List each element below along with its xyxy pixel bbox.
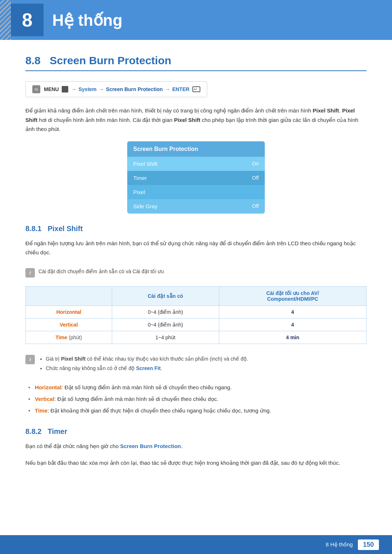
feature-bullets: Horizontal: Đặt số lượng điểm ảnh mà màn… <box>25 382 367 416</box>
subsection-881-number: 8.8.1 <box>25 225 41 233</box>
pixel-label: Pixel <box>133 189 145 195</box>
bullet-vertical: Vertical: Đặt số lượng điểm ảnh mà màn h… <box>25 393 367 405</box>
arrow3: → <box>165 86 170 92</box>
subsection-881-title: Pixel Shift <box>48 225 83 233</box>
system-label: System <box>78 86 97 92</box>
screen-burn-label: Screen Burn Protection <box>106 86 163 92</box>
subsection-882-body1: Bạn có thể đặt chức năng hẹn giờ cho Scr… <box>25 442 367 451</box>
note-box-2: i Giá trị Pixel Shift có thể khác nhau t… <box>25 351 367 376</box>
main-content: 8.8 Screen Burn Protection m MENU → Syst… <box>0 40 392 496</box>
subsection-882-title: Timer <box>48 427 67 435</box>
side-gray-label: Side Gray <box>133 203 158 209</box>
arrow1: → <box>71 86 76 92</box>
menu-path-box: m MENU → System → Screen Burn Protection… <box>25 81 207 97</box>
section-title: Screen Burn Protection <box>50 54 171 66</box>
table-header-optimal: Cài đặt tối ưu cho AV/Component/HDMI/PC <box>219 286 366 305</box>
table-row-horizontal: Horizontal 0~4 (điểm ảnh) 4 <box>26 305 367 318</box>
horizontal-optimal: 4 <box>219 305 366 318</box>
time-preset: 1~4 phút <box>112 331 219 344</box>
menu-item-pixel-shift[interactable]: Pixel Shift On <box>127 157 265 171</box>
section-heading: 8.8 Screen Burn Protection <box>25 54 367 71</box>
menu-icon: m <box>32 85 40 93</box>
note-item-2: Chức năng này không sẵn có ở chế độ Scre… <box>46 364 248 373</box>
timer-value: Off <box>252 175 259 181</box>
menu-item-pixel[interactable]: Pixel <box>127 185 265 199</box>
table-header-preset: Cài đặt sẵn có <box>112 286 219 305</box>
note-icon-1: i <box>25 268 35 278</box>
chapter-title: Hệ thống <box>52 11 122 29</box>
menu-grid-icon <box>62 86 68 93</box>
subsection-882-number: 8.8.2 <box>25 427 41 435</box>
chapter-number: 8 <box>11 4 44 36</box>
notes-list-container: Giá trị Pixel Shift có thể khác nhau tùy… <box>38 354 248 373</box>
note-item-1: Giá trị Pixel Shift có thể khác nhau tùy… <box>46 354 248 364</box>
pixel-shift-table: Cài đặt sẵn có Cài đặt tối ưu cho AV/Com… <box>25 286 367 344</box>
side-gray-value: Off <box>252 203 259 209</box>
vertical-label: Vertical <box>26 318 112 331</box>
enter-label: ENTER <box>172 86 189 92</box>
chapter-header: 8 Hệ thống <box>0 0 392 40</box>
pixel-shift-label: Pixel Shift <box>133 161 158 167</box>
subsection-882-body2: Nếu bạn bắt đầu thao tác xóa mọi ảnh còn… <box>25 458 367 468</box>
footer-page-number: 150 <box>358 539 379 550</box>
time-optimal: 4 min <box>219 331 366 344</box>
ui-screenshot-box: Screen Burn Protection Pixel Shift On Ti… <box>127 141 265 214</box>
table-row-time: Time (phút) 1~4 phút 4 min <box>26 331 367 344</box>
intro-text: Để giảm khả năng điểm ảnh chết trên màn … <box>25 106 367 134</box>
note-box-1: i Cài đặt dịch chuyển điểm ảnh sẵn có và… <box>25 264 367 280</box>
horizontal-label: Horizontal <box>26 305 112 318</box>
menu-item-side-gray[interactable]: Side Gray Off <box>127 199 265 213</box>
section-number: 8.8 <box>25 54 41 66</box>
vertical-preset: 0~4 (điểm ảnh) <box>112 318 219 331</box>
horizontal-preset: 0~4 (điểm ảnh) <box>112 305 219 318</box>
page-footer: 8 Hệ thống 150 <box>0 535 392 554</box>
subsection-882-heading: 8.8.2 Timer <box>25 427 367 436</box>
bullet-time: Time: Đặt khoảng thời gian để thực hiện … <box>25 405 367 416</box>
footer-text: 8 Hệ thống <box>326 541 353 548</box>
ui-screenshot-header: Screen Burn Protection <box>127 141 265 157</box>
table-row-vertical: Vertical 0~4 (điểm ảnh) 4 <box>26 318 367 331</box>
enter-icon <box>192 86 200 92</box>
menu-label: MENU <box>44 86 59 92</box>
time-label: Time (phút) <box>26 331 112 344</box>
bullet-horizontal: Horizontal: Đặt số lượng điểm ảnh mà màn… <box>25 382 367 393</box>
pixel-shift-value: On <box>252 161 259 167</box>
subsection-881-body: Để ngăn hiện tượng lưu ảnh trên màn hình… <box>25 239 367 257</box>
table-header-empty <box>26 286 112 305</box>
note-text-1: Cài đặt dịch chuyển điểm ảnh sẵn có và C… <box>38 267 164 275</box>
notes-list: Giá trị Pixel Shift có thể khác nhau tùy… <box>38 354 248 373</box>
vertical-optimal: 4 <box>219 318 366 331</box>
timer-label: Timer <box>133 175 147 181</box>
decorative-stripes <box>0 0 11 40</box>
menu-item-timer[interactable]: Timer Off <box>127 171 265 185</box>
arrow2: → <box>99 86 104 92</box>
note-icon-2: i <box>25 355 35 364</box>
subsection-881-heading: 8.8.1 Pixel Shift <box>25 225 367 233</box>
